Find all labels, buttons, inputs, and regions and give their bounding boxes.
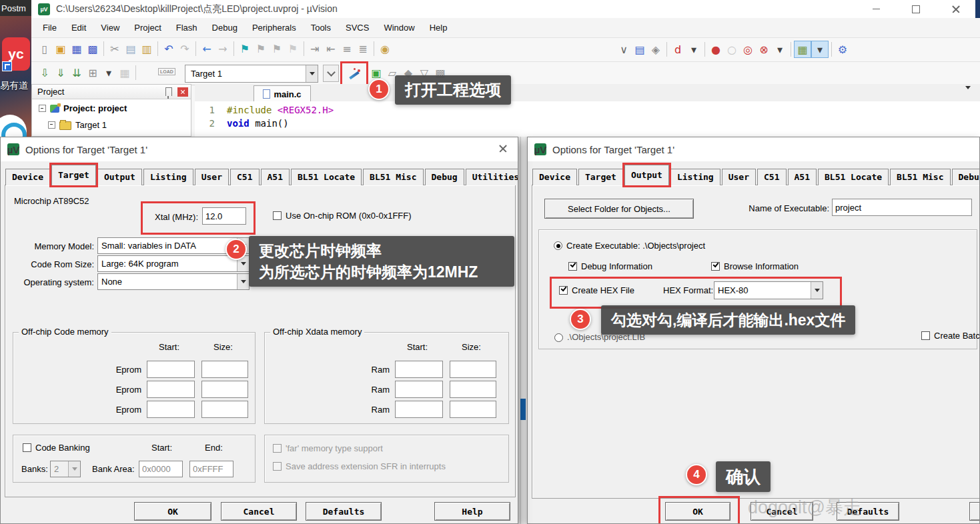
tab-bl51-misc[interactable]: BL51 Misc — [890, 169, 950, 185]
code-rom-combobox[interactable]: Large: 64K program — [97, 255, 250, 272]
tab-bl51-misc[interactable]: BL51 Misc — [363, 169, 423, 185]
pin-icon[interactable] — [165, 87, 172, 96]
toolbar-overflow-icon[interactable] — [323, 65, 339, 82]
tab-target[interactable]: Target — [51, 165, 96, 185]
eprom2-start-input[interactable] — [147, 381, 195, 398]
start-debug-session-icon[interactable]: ◈ — [648, 41, 664, 57]
ram3-size-input[interactable] — [450, 401, 496, 418]
menu-view[interactable]: View — [93, 23, 127, 33]
disable-all-breakpoints-icon[interactable]: ◎ — [740, 41, 756, 57]
menu-file[interactable]: File — [35, 23, 64, 33]
menu-peripherals[interactable]: Peripherals — [245, 23, 304, 33]
tab-a51[interactable]: A51 — [788, 169, 817, 185]
tab-output[interactable]: Output — [624, 165, 669, 185]
collapse-icon[interactable] — [48, 121, 55, 129]
menu-svcs[interactable]: SVCS — [338, 23, 376, 33]
configure-dropdown-icon[interactable]: ∨ — [616, 41, 632, 57]
next-bookmark-icon[interactable]: ⚑ — [269, 41, 285, 57]
tab-device[interactable]: Device — [5, 169, 50, 185]
tab-user[interactable]: User — [195, 169, 229, 185]
prev-bookmark-icon[interactable]: ⚑ — [253, 41, 269, 57]
memory-window-icon[interactable]: d — [670, 41, 686, 57]
cut-icon[interactable]: ✂ — [107, 41, 123, 57]
ram1-size-input[interactable] — [450, 361, 496, 378]
tree-item-target[interactable]: Target 1 — [48, 119, 107, 130]
batch-build-icon[interactable]: ⊞ — [85, 65, 101, 81]
copy-icon[interactable]: ▤ — [123, 41, 139, 57]
window-layout-icon[interactable]: ▦ — [794, 41, 811, 58]
menu-project[interactable]: Project — [127, 23, 168, 33]
options-for-target-icon[interactable] — [347, 68, 362, 83]
ram2-start-input[interactable] — [395, 381, 443, 398]
eprom2-size-input[interactable] — [201, 381, 248, 398]
tab-bl51-locate[interactable]: BL51 Locate — [818, 169, 889, 185]
redo-icon[interactable]: ↷ — [177, 41, 193, 57]
tab-listing[interactable]: Listing — [143, 169, 193, 185]
minimize-button-icon[interactable] — [861, 0, 891, 18]
tab-utilities[interactable]: Utilities — [466, 169, 518, 185]
dropdown-arrow-icon[interactable]: ▾ — [772, 41, 788, 57]
navigate-back-icon[interactable]: ← — [199, 41, 215, 57]
dialog-close-icon[interactable] — [499, 145, 507, 153]
configure-tools-icon[interactable]: ⚙ — [835, 41, 851, 57]
menu-window[interactable]: Window — [376, 23, 422, 33]
eprom1-size-input[interactable] — [201, 361, 248, 378]
find-in-files-icon[interactable]: ◉ — [377, 41, 393, 57]
kill-all-breakpoints-icon[interactable]: ⊗ — [756, 41, 772, 57]
tree-item-project[interactable]: Project: project — [39, 103, 127, 113]
eprom1-start-input[interactable] — [147, 361, 195, 378]
panel-close-icon[interactable] — [177, 87, 188, 97]
chevron-down-icon[interactable] — [237, 274, 249, 289]
save-all-icon[interactable]: ▩ — [85, 41, 101, 57]
undo-icon[interactable]: ↶ — [161, 41, 177, 57]
close-button-icon[interactable] — [941, 0, 971, 18]
save-icon[interactable]: ▦ — [69, 41, 85, 57]
tab-bl51-locate[interactable]: BL51 Locate — [291, 169, 362, 185]
menu-flash[interactable]: Flash — [169, 23, 205, 33]
target-select-combobox[interactable]: Target 1 — [185, 65, 318, 83]
tab-debug[interactable]: Debug — [952, 169, 980, 185]
defaults-button[interactable]: Defaults — [306, 502, 382, 521]
menu-edit[interactable]: Edit — [64, 23, 93, 33]
cancel-button[interactable]: Cancel — [221, 502, 297, 521]
tab-device[interactable]: Device — [532, 169, 577, 185]
onchip-rom-checkbox[interactable] — [273, 211, 282, 220]
rebuild-all-icon[interactable]: ⇊ — [69, 65, 85, 81]
uncomment-icon[interactable]: ≣ — [355, 41, 371, 57]
tab-debug[interactable]: Debug — [425, 169, 464, 185]
debug-information-checkbox[interactable] — [568, 262, 577, 271]
select-folder-button[interactable]: Select Folder for Objects... — [544, 199, 694, 219]
eprom3-start-input[interactable] — [147, 401, 195, 418]
editor-scrollbar[interactable] — [518, 137, 527, 524]
editor-menu-icon[interactable] — [965, 89, 971, 99]
ok-button[interactable]: OK — [134, 502, 211, 521]
menu-debug[interactable]: Debug — [205, 23, 245, 33]
tab-listing[interactable]: Listing — [670, 169, 720, 185]
help-button[interactable]: Help — [434, 502, 510, 521]
enable-breakpoint-icon[interactable]: ○ — [724, 41, 740, 57]
stop-build-icon[interactable]: ▦ — [117, 65, 133, 81]
tab-user[interactable]: User — [722, 169, 756, 185]
maximize-button-icon[interactable] — [901, 0, 931, 18]
indent-icon[interactable]: ⇥ — [307, 41, 323, 57]
open-file-icon[interactable]: ▣ — [53, 41, 69, 57]
tab-output[interactable]: Output — [97, 169, 142, 185]
download-icon[interactable]: LOAD — [158, 68, 175, 75]
dropdown-arrow-icon[interactable]: ▾ — [101, 65, 117, 81]
create-batch-checkbox[interactable] — [921, 331, 930, 340]
os-combobox[interactable]: None — [97, 273, 250, 290]
create-library-radio[interactable] — [554, 333, 563, 342]
source-browser-icon[interactable]: ▤ — [632, 41, 648, 57]
tab-main-c[interactable]: main.c — [254, 85, 311, 102]
ram2-size-input[interactable] — [450, 381, 496, 398]
dropdown-arrow-icon[interactable]: ▾ — [686, 41, 702, 57]
collapse-icon[interactable] — [39, 105, 46, 112]
tab-target[interactable]: Target — [578, 169, 623, 185]
browse-information-checkbox[interactable] — [711, 262, 720, 271]
menu-tools[interactable]: Tools — [304, 23, 338, 33]
eprom3-size-input[interactable] — [201, 401, 248, 418]
navigate-forward-icon[interactable]: → — [215, 41, 231, 57]
chevron-down-icon[interactable] — [306, 65, 318, 82]
build-icon[interactable]: ⇓ — [53, 65, 69, 81]
name-exec-input[interactable] — [832, 199, 972, 216]
